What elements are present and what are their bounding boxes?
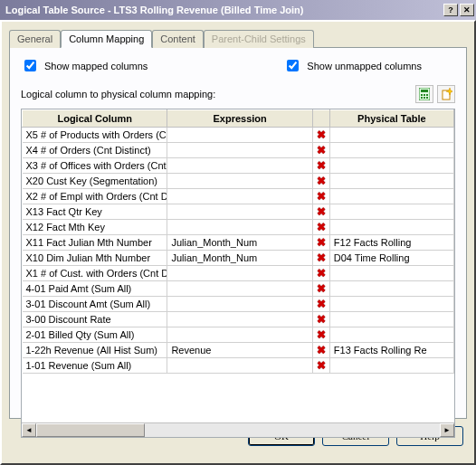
table-row[interactable]: X11 Fact Julian Mth NumberJulian_Month_N… bbox=[23, 235, 454, 251]
cell-expression[interactable] bbox=[167, 281, 312, 297]
cell-unmap-icon[interactable]: ✖ bbox=[312, 158, 329, 174]
help-titlebar-button[interactable]: ? bbox=[443, 4, 458, 16]
table-row[interactable]: X4 # of Orders (Cnt Distinct)✖ bbox=[23, 143, 454, 158]
cell-unmap-icon[interactable]: ✖ bbox=[312, 235, 329, 251]
cell-logical-column[interactable]: X2 # of Empl with Orders (Cnt Di bbox=[23, 189, 167, 204]
cell-unmap-icon[interactable]: ✖ bbox=[312, 327, 329, 343]
table-row[interactable]: X20 Cust Key (Segmentation)✖ bbox=[23, 174, 454, 189]
cell-physical-table[interactable] bbox=[329, 128, 453, 143]
cell-expression[interactable]: Julian_Month_Num bbox=[167, 235, 312, 251]
cell-unmap-icon[interactable]: ✖ bbox=[312, 174, 329, 189]
cell-physical-table[interactable]: F13 Facts Rolling Re bbox=[329, 343, 453, 358]
cell-unmap-icon[interactable]: ✖ bbox=[312, 358, 329, 374]
cell-unmap-icon[interactable]: ✖ bbox=[312, 266, 329, 281]
close-titlebar-button[interactable]: ✕ bbox=[460, 4, 474, 16]
cell-physical-table[interactable] bbox=[329, 204, 453, 220]
cell-physical-table[interactable] bbox=[329, 312, 453, 327]
cell-unmap-icon[interactable]: ✖ bbox=[312, 343, 329, 358]
cell-physical-table[interactable] bbox=[329, 266, 453, 281]
calculator-icon-button[interactable] bbox=[415, 85, 433, 103]
cell-logical-column[interactable]: 3-01 Discount Amt (Sum All) bbox=[23, 297, 167, 312]
table-row[interactable]: X12 Fact Mth Key✖ bbox=[23, 220, 454, 235]
cell-logical-column[interactable]: X20 Cust Key (Segmentation) bbox=[23, 174, 167, 189]
show-unmapped-input[interactable] bbox=[287, 60, 299, 71]
mapping-table[interactable]: Logical Column Expression Physical Table… bbox=[22, 109, 454, 374]
cell-expression[interactable]: Julian_Month_Num bbox=[167, 251, 312, 266]
cell-logical-column[interactable]: X3 # of Offices with Orders (Cnt bbox=[23, 158, 167, 174]
header-expression[interactable]: Expression bbox=[167, 110, 312, 128]
cell-physical-table[interactable] bbox=[329, 189, 453, 204]
cell-logical-column[interactable]: 3-00 Discount Rate bbox=[23, 312, 167, 327]
cell-unmap-icon[interactable]: ✖ bbox=[312, 220, 329, 235]
cell-unmap-icon[interactable]: ✖ bbox=[312, 189, 329, 204]
cell-unmap-icon[interactable]: ✖ bbox=[312, 204, 329, 220]
cell-expression[interactable] bbox=[167, 143, 312, 158]
scroll-thumb[interactable] bbox=[36, 423, 145, 437]
show-unmapped-checkbox[interactable]: Show unmapped columns bbox=[283, 57, 422, 74]
cell-logical-column[interactable]: X5 # of Products with Orders (C bbox=[23, 128, 167, 143]
new-mapping-icon-button[interactable] bbox=[437, 85, 455, 103]
cell-logical-column[interactable]: 1-01 Revenue (Sum All) bbox=[23, 358, 167, 374]
header-physical-table[interactable]: Physical Table bbox=[329, 110, 453, 128]
cell-physical-table[interactable] bbox=[329, 220, 453, 235]
cell-physical-table[interactable]: D04 Time Rolling bbox=[329, 251, 453, 266]
tab-column-mapping[interactable]: Column Mapping bbox=[61, 30, 152, 48]
table-row[interactable]: 4-01 Paid Amt (Sum All)✖ bbox=[23, 281, 454, 297]
cell-logical-column[interactable]: X11 Fact Julian Mth Number bbox=[23, 235, 167, 251]
cell-expression[interactable] bbox=[167, 204, 312, 220]
cell-unmap-icon[interactable]: ✖ bbox=[312, 251, 329, 266]
cell-logical-column[interactable]: 1-22h Revenue (All Hist Sum) bbox=[23, 343, 167, 358]
cell-logical-column[interactable]: X4 # of Orders (Cnt Distinct) bbox=[23, 143, 167, 158]
cell-logical-column[interactable]: X10 Dim Julian Mth Number bbox=[23, 251, 167, 266]
table-row[interactable]: 3-00 Discount Rate✖ bbox=[23, 312, 454, 327]
cell-logical-column[interactable]: X13 Fact Qtr Key bbox=[23, 204, 167, 220]
cell-expression[interactable] bbox=[167, 297, 312, 312]
table-row[interactable]: X2 # of Empl with Orders (Cnt Di✖ bbox=[23, 189, 454, 204]
cell-unmap-icon[interactable]: ✖ bbox=[312, 312, 329, 327]
cell-expression[interactable] bbox=[167, 312, 312, 327]
table-row[interactable]: 1-22h Revenue (All Hist Sum)Revenue✖F13 … bbox=[23, 343, 454, 358]
cell-physical-table[interactable] bbox=[329, 158, 453, 174]
table-row[interactable]: 1-01 Revenue (Sum All)✖ bbox=[23, 358, 454, 374]
cell-physical-table[interactable] bbox=[329, 143, 453, 158]
cell-physical-table[interactable] bbox=[329, 297, 453, 312]
tab-content[interactable]: Content bbox=[152, 30, 204, 48]
cell-expression[interactable]: Revenue bbox=[167, 343, 312, 358]
table-row[interactable]: 2-01 Billed Qty (Sum All)✖ bbox=[23, 327, 454, 343]
cell-logical-column[interactable]: X1 # of Cust. with Orders (Cnt Di bbox=[23, 266, 167, 281]
cell-unmap-icon[interactable]: ✖ bbox=[312, 281, 329, 297]
cell-physical-table[interactable] bbox=[329, 281, 453, 297]
cell-expression[interactable] bbox=[167, 128, 312, 143]
cell-expression[interactable] bbox=[167, 327, 312, 343]
table-row[interactable]: X10 Dim Julian Mth NumberJulian_Month_Nu… bbox=[23, 251, 454, 266]
show-mapped-input[interactable] bbox=[24, 60, 36, 71]
cell-expression[interactable] bbox=[167, 220, 312, 235]
cell-logical-column[interactable]: X12 Fact Mth Key bbox=[23, 220, 167, 235]
cell-expression[interactable] bbox=[167, 158, 312, 174]
cell-expression[interactable] bbox=[167, 189, 312, 204]
cell-expression[interactable] bbox=[167, 358, 312, 374]
cell-physical-table[interactable] bbox=[329, 174, 453, 189]
unmap-x-icon: ✖ bbox=[317, 129, 326, 140]
show-mapped-checkbox[interactable]: Show mapped columns bbox=[21, 57, 148, 74]
tab-general[interactable]: General bbox=[9, 30, 61, 48]
table-row[interactable]: 3-01 Discount Amt (Sum All)✖ bbox=[23, 297, 454, 312]
header-logical-column[interactable]: Logical Column bbox=[23, 110, 167, 128]
cell-unmap-icon[interactable]: ✖ bbox=[312, 143, 329, 158]
table-row[interactable]: X5 # of Products with Orders (C✖ bbox=[23, 128, 454, 143]
cell-expression[interactable] bbox=[167, 174, 312, 189]
horizontal-scrollbar[interactable]: ◄ ► bbox=[22, 422, 454, 437]
cell-physical-table[interactable] bbox=[329, 327, 453, 343]
cell-logical-column[interactable]: 2-01 Billed Qty (Sum All) bbox=[23, 327, 167, 343]
cell-physical-table[interactable]: F12 Facts Rolling bbox=[329, 235, 453, 251]
table-row[interactable]: X1 # of Cust. with Orders (Cnt Di✖ bbox=[23, 266, 454, 281]
cell-physical-table[interactable] bbox=[329, 358, 453, 374]
cell-unmap-icon[interactable]: ✖ bbox=[312, 297, 329, 312]
scroll-right-arrow[interactable]: ► bbox=[440, 423, 454, 437]
cell-logical-column[interactable]: 4-01 Paid Amt (Sum All) bbox=[23, 281, 167, 297]
cell-unmap-icon[interactable]: ✖ bbox=[312, 128, 329, 143]
table-row[interactable]: X3 # of Offices with Orders (Cnt✖ bbox=[23, 158, 454, 174]
cell-expression[interactable] bbox=[167, 266, 312, 281]
table-row[interactable]: X13 Fact Qtr Key✖ bbox=[23, 204, 454, 220]
scroll-left-arrow[interactable]: ◄ bbox=[22, 423, 36, 437]
